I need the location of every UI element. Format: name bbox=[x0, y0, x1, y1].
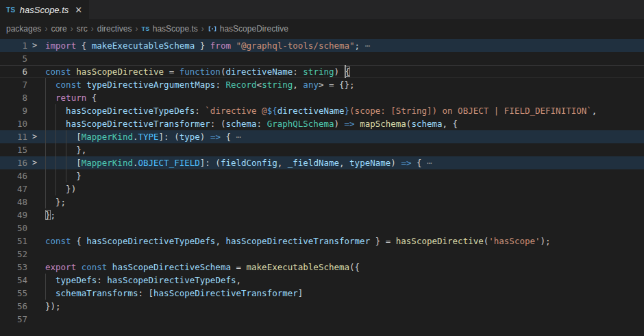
line-number: 48 bbox=[0, 195, 27, 208]
indent-whitespace bbox=[45, 158, 76, 168]
code-line[interactable]: 49}; bbox=[0, 208, 644, 221]
code-token: }; bbox=[55, 197, 66, 207]
code-token: function bbox=[179, 67, 221, 77]
line-number: 51 bbox=[0, 235, 27, 248]
tab-hasScope[interactable]: TS hasScope.ts ✕ bbox=[0, 0, 89, 19]
code-line[interactable]: 57 bbox=[0, 313, 644, 326]
line-number: 53 bbox=[0, 261, 27, 274]
code-token: ) bbox=[334, 67, 345, 77]
close-icon[interactable]: ✕ bbox=[75, 5, 82, 14]
breadcrumb-item-core[interactable]: core bbox=[51, 24, 66, 34]
code-token: }) bbox=[66, 184, 76, 194]
code-token: ] bbox=[298, 288, 304, 298]
line-number: 15 bbox=[0, 143, 27, 156]
code-line[interactable]: 47 }) bbox=[0, 182, 644, 195]
code-token: : bbox=[257, 119, 267, 129]
breadcrumb-item-src[interactable]: src bbox=[77, 24, 88, 34]
code-token: hasScopeDirectiveTransformer bbox=[153, 288, 298, 298]
code-token: OBJECT_FIELD bbox=[138, 158, 199, 168]
code-line[interactable]: 15 }, bbox=[0, 143, 644, 156]
code-token: => bbox=[401, 158, 411, 168]
code-line[interactable]: 55 schemaTransforms: [hasScopeDirectiveT… bbox=[0, 287, 644, 300]
code-line[interactable]: 10 hasScopeDirectiveTransformer: (schema… bbox=[0, 117, 644, 130]
code-token: TYPE bbox=[138, 132, 158, 142]
line-number: 6 bbox=[0, 65, 27, 78]
breadcrumb-label: hasScope.ts bbox=[153, 24, 198, 34]
line-number: 9 bbox=[0, 104, 27, 117]
code-text: const hasScopeDirective = function(direc… bbox=[45, 65, 350, 78]
code-text: [MapperKind.OBJECT_FIELD]: (fieldConfig,… bbox=[45, 156, 432, 169]
code-text: hasScopeDirectiveTransformer: (schema: G… bbox=[45, 117, 458, 130]
line-number: 1 bbox=[0, 39, 27, 52]
code-text: }); bbox=[45, 300, 61, 313]
code-line[interactable]: 46 } bbox=[0, 169, 644, 182]
code-token: makeExecutableSchema bbox=[247, 262, 350, 272]
code-line[interactable]: 5 bbox=[0, 52, 644, 65]
fold-chevron-icon[interactable]: > bbox=[32, 39, 42, 52]
code-token: directiveName bbox=[277, 106, 345, 116]
code-token: { bbox=[71, 236, 87, 246]
code-token: ) bbox=[200, 132, 210, 142]
code-token bbox=[107, 262, 112, 272]
code-line[interactable]: 16> [MapperKind.OBJECT_FIELD]: (fieldCon… bbox=[0, 156, 644, 169]
typescript-file-icon: TS bbox=[141, 25, 149, 32]
code-token: , bbox=[215, 236, 225, 246]
code-token: GraphQLSchema bbox=[267, 119, 334, 129]
code-token: { bbox=[76, 40, 92, 51]
code-token: fieldConfig bbox=[221, 158, 277, 168]
breadcrumb-item-hasScope.ts[interactable]: TShasScope.ts bbox=[141, 24, 197, 34]
code-line[interactable]: 7 const typeDirectiveArgumentMaps: Recor… bbox=[0, 78, 644, 91]
code-token: , bbox=[339, 158, 349, 168]
code-text: typeDefs: hasScopeDirectiveTypeDefs, bbox=[45, 274, 241, 287]
fold-chevron-icon[interactable]: > bbox=[32, 156, 42, 169]
code-line[interactable]: 8 return { bbox=[0, 91, 644, 104]
code-line[interactable]: 6const hasScopeDirective = function(dire… bbox=[0, 65, 644, 78]
breadcrumb-label: src bbox=[77, 24, 88, 34]
code-line[interactable]: 51const { hasScopeDirectiveTypeDefs, has… bbox=[0, 235, 644, 248]
code-line[interactable]: 11> [MapperKind.TYPE]: (type) => { ⋯ bbox=[0, 130, 644, 143]
code-line[interactable]: 53export const hasScopeDirectiveSchema =… bbox=[0, 261, 644, 274]
indent-whitespace bbox=[45, 288, 55, 298]
code-text: const typeDirectiveArgumentMaps: Record<… bbox=[45, 78, 355, 91]
breadcrumb-item-hasScopeDirective[interactable]: hasScopeDirective bbox=[208, 24, 288, 34]
code-text: }; bbox=[45, 195, 66, 208]
code-line[interactable]: 9 hasScopeDirectiveTypeDefs: `directive … bbox=[0, 104, 644, 117]
breadcrumb-label: packages bbox=[6, 24, 41, 34]
code-token: schema bbox=[411, 119, 442, 129]
code-line[interactable]: 48 }; bbox=[0, 195, 644, 208]
breadcrumb-label: hasScopeDirective bbox=[220, 24, 288, 34]
breadcrumb-item-packages[interactable]: packages bbox=[6, 24, 41, 34]
code-line[interactable]: 1>import { makeExecutableSchema } from "… bbox=[0, 39, 644, 52]
code-token: const bbox=[45, 236, 71, 246]
line-number: 7 bbox=[0, 78, 27, 91]
code-text: const { hasScopeDirectiveTypeDefs, hasSc… bbox=[45, 235, 551, 248]
code-line[interactable]: 52 bbox=[0, 248, 644, 261]
line-number: 56 bbox=[0, 300, 27, 313]
line-number: 52 bbox=[0, 248, 27, 261]
code-token: schemaTransforms bbox=[55, 288, 138, 298]
breadcrumb-separator-icon: › bbox=[45, 24, 47, 34]
code-token: string bbox=[262, 80, 293, 90]
code-token: from bbox=[210, 40, 231, 51]
code-token: ({ bbox=[349, 262, 360, 272]
code-token: } = bbox=[370, 236, 396, 246]
code-line[interactable]: 54 typeDefs: hasScopeDirectiveTypeDefs, bbox=[0, 274, 644, 287]
indent-whitespace bbox=[45, 171, 76, 181]
code-token: ${ bbox=[267, 106, 277, 116]
code-token: directiveName bbox=[225, 67, 293, 77]
code-line[interactable]: 50 bbox=[0, 221, 644, 235]
code-token: } bbox=[45, 210, 51, 220]
breadcrumb-item-directives[interactable]: directives bbox=[97, 24, 132, 34]
code-token: => bbox=[210, 132, 221, 142]
code-token: = bbox=[164, 67, 179, 77]
code-token: hasScopeDirective bbox=[76, 67, 164, 77]
code-token: mapSchema bbox=[360, 119, 406, 129]
breadcrumb-label: directives bbox=[97, 24, 132, 34]
code-token: "@graphql-tools/schema" bbox=[236, 40, 354, 51]
code-token: hasScopeDirectiveTypeDefs bbox=[86, 236, 215, 246]
code-token: typeName bbox=[349, 158, 391, 168]
fold-chevron-icon[interactable]: > bbox=[32, 130, 42, 143]
code-line[interactable]: 56}); bbox=[0, 300, 644, 313]
indent-whitespace bbox=[45, 197, 55, 207]
code-token: hasScopeDirectiveTypeDefs bbox=[107, 275, 236, 285]
